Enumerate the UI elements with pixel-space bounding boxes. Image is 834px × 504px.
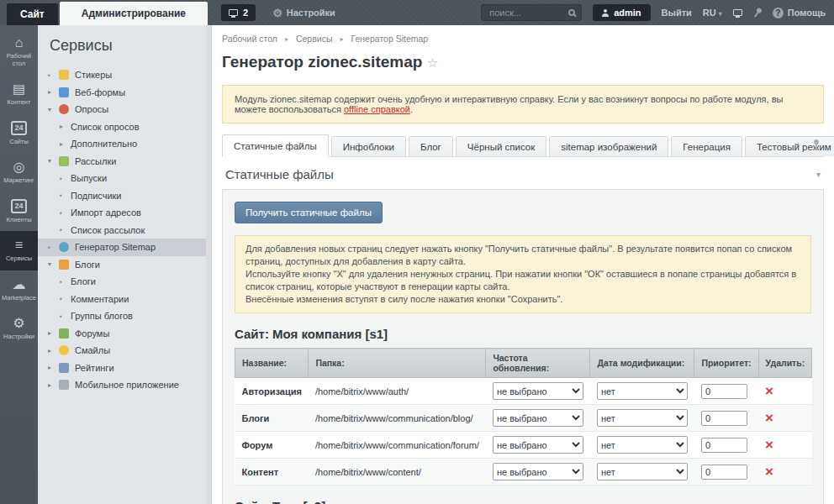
menu-item-icon [59,242,69,252]
sidebar-menu-item[interactable]: ▪ Комментарии [38,291,211,308]
user-button[interactable]: admin [593,4,650,21]
sidebar-menu-item[interactable]: ▪ Список рассылок [38,222,211,239]
tab[interactable]: Генерация [671,136,742,156]
sidebar-menu-item[interactable]: ▪ Генератор Sitemap [38,239,211,256]
modification-date-select[interactable]: нет [597,436,688,454]
notifications-button[interactable]: 2 [221,4,256,21]
frequency-select[interactable]: не выбрано [493,436,583,454]
breadcrumb-current[interactable]: Генератор Sitemap [351,34,428,44]
menu-item-label: Комментарии [71,294,129,304]
favorite-star-icon[interactable]: ☆ [427,55,438,70]
expand-marker-icon: ▪ [60,226,71,234]
column-header-date: Дата модификации: [590,349,694,378]
sidebar-menu-item[interactable]: ▾ Рассылки [38,153,211,171]
sidebar-menu-item[interactable]: ▸ Форумы [38,325,211,343]
expand-marker-icon: ▸ [48,329,59,337]
rail-item[interactable]: ▤ Контент [0,75,38,114]
language-selector[interactable]: RU▾ [703,8,722,18]
sidebar-menu-item[interactable]: ▸ Смайлы [38,342,211,360]
modification-date-select[interactable]: нет [597,463,688,480]
chevron-down-icon: ▾ [719,10,722,18]
row-folder-path: /home/bitrix/www/communication/forum/ [309,432,486,459]
left-icon-rail: ⌂ Рабочий стол ▤ Контент 24 Сайты ◎ Марк… [0,25,38,504]
expand-marker-icon: ▸ [48,364,59,371]
tab-label: Инфоблоки [343,142,394,152]
priority-input[interactable] [701,438,747,453]
sidebar-menu-item[interactable]: ▪ Выпуски [38,170,211,187]
priority-input[interactable] [701,384,747,399]
sidebar-menu-item[interactable]: ▸ Мобильное приложение [38,376,211,394]
rail-item[interactable]: ⌂ Рабочий стол [0,29,38,75]
sidebar-menu-item[interactable]: ▪ Стикеры [38,66,211,84]
sidebar-menu-item[interactable]: ▪ Блоги [38,273,211,291]
priority-input[interactable] [701,465,747,480]
pin-tabs-icon[interactable] [812,139,821,150]
breadcrumb-desktop[interactable]: Рабочий стол [222,34,277,44]
language-label: RU [703,8,716,18]
menu-item-label: Смайлы [75,345,110,355]
rail-item[interactable]: ☁ Marketplace [0,270,38,310]
help-link[interactable]: ? Помощь [773,8,826,18]
expand-marker-icon: ▸ [60,140,71,148]
sidebar-menu-item[interactable]: ▸ Дополнительно [38,135,211,153]
sidebar-menu-item[interactable]: ▪ Подписчики [38,187,211,205]
site-s2-title: Сайт: Тест [s2] [235,499,811,504]
rail-item-label: Настройки [3,333,34,341]
logout-link[interactable]: Выйти [662,8,692,18]
breadcrumb-services[interactable]: Сервисы [296,34,333,44]
rail-item[interactable]: 24 Клиенты [0,192,38,232]
notifications-count: 2 [243,8,248,18]
tab[interactable]: Инфоблоки [331,136,406,156]
sidebar-menu-item[interactable]: ▸ Рейтинги [38,360,211,377]
modification-date-select[interactable]: нет [597,382,688,400]
topbar-settings-button[interactable]: ⚙ Настройки [272,8,335,18]
site-tab[interactable]: Сайт [7,3,58,25]
frequency-select[interactable]: не выбрано [493,382,583,400]
delete-row-icon[interactable]: × [765,386,773,396]
rail-item[interactable]: 24 Сайты [0,114,38,154]
display-mode-icon[interactable] [733,9,742,16]
admin-tab[interactable]: Администрирование [60,2,208,25]
sidebar-menu-item[interactable]: ▾ Опросы [38,101,211,118]
tab-label: Статичные файлы [234,141,317,151]
search-icon[interactable] [568,9,575,16]
tab[interactable]: Блог [409,136,453,156]
modification-date-select[interactable]: нет [597,409,688,427]
delete-row-icon[interactable]: × [765,466,773,477]
site-s1-title: Сайт: Моя компания [s1] [235,327,811,341]
sidebar-menu-item[interactable]: ▾ Блоги [38,256,211,274]
priority-input[interactable] [701,411,747,426]
tab[interactable]: sitemap изображений [549,136,668,156]
sidebar-menu-item[interactable]: ▪ Группы блогов [38,307,211,325]
menu-item-icon [59,70,69,80]
menu-item-label: Форумы [75,328,109,339]
sidebar-menu-item[interactable]: ▸ Список опросов [38,118,211,136]
sidebar-menu-item[interactable]: ▸ Веб-формы [38,84,211,102]
expand-marker-icon: ▪ [48,244,59,251]
sidebar-menu-item[interactable]: ▪ Импорт адресов [38,204,211,222]
info-line: Внесённые изменения вступят в силу после… [245,293,800,306]
expand-marker-icon: ▪ [60,209,71,217]
page-title-text: Генератор zionec.sitemap [222,53,422,71]
rail-item[interactable]: ≡ Сервисы [0,231,38,270]
tab[interactable]: Чёрный список [456,136,546,156]
offline-help-link[interactable]: offline справкой [344,104,410,114]
frequency-select[interactable]: не выбрано [493,463,583,480]
tab[interactable]: Тестовый режим [745,136,834,156]
search-input[interactable] [488,7,568,18]
delete-row-icon[interactable]: × [765,439,773,450]
user-name: admin [614,8,641,18]
delete-row-icon[interactable]: × [765,412,773,423]
info-line: Используйте кнопку "X" для удаления нену… [245,268,800,293]
rail-item[interactable]: ⚙ Настройки [0,309,38,349]
tab[interactable]: Статичные файлы [222,134,329,157]
rail-item-label: Сервисы [6,255,32,263]
breadcrumb-separator-icon: ▸ [340,35,343,43]
rail-item[interactable]: ◎ Маркетинг [0,153,38,192]
frequency-select[interactable]: не выбрано [493,409,583,427]
pin-icon[interactable] [751,6,764,19]
collapse-arrow-icon[interactable]: ▾ [816,170,821,179]
fetch-static-files-button[interactable]: Получить статичные файлы [235,202,383,223]
expand-marker-icon: ▾ [48,106,59,113]
user-icon [602,9,609,17]
